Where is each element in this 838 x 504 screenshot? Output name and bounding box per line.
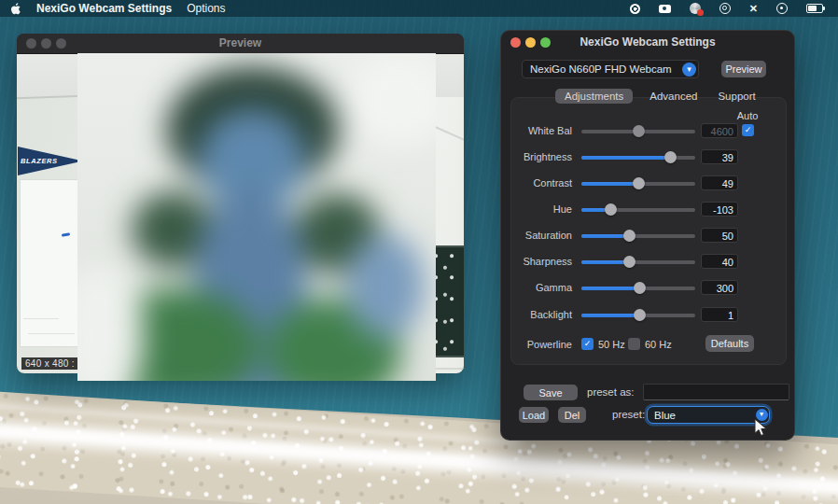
settings-window: NexiGo Webcam Settings NexiGo N660P FHD …: [500, 30, 795, 441]
slider-row-hue: Hue-103: [501, 202, 796, 218]
brightness-slider-fill: [581, 156, 670, 160]
60-hz-checkbox[interactable]: [628, 338, 640, 350]
resolution-overlay: 640 x 480 :: [21, 357, 78, 370]
whiteboard-marking: [62, 232, 70, 236]
white-bal-label: White Bal: [501, 125, 572, 136]
slider-row-brightness: Brightness39: [501, 149, 796, 166]
hue-value[interactable]: -103: [701, 202, 738, 217]
preset-as-label: preset as:: [587, 386, 635, 398]
tab-advanced[interactable]: Advanced: [646, 89, 701, 104]
gamma-label: Gamma: [501, 282, 572, 293]
saturation-value[interactable]: 50: [701, 228, 738, 243]
blur-background-blue: [346, 233, 425, 338]
menubar-options[interactable]: Options: [187, 2, 225, 15]
sharpness-slider-thumb[interactable]: [623, 256, 635, 268]
gamma-slider-fill: [581, 287, 639, 290]
apple-icon[interactable]: [11, 3, 21, 15]
tab-bar: AdjustmentsAdvancedSupport: [555, 89, 760, 104]
blur-blobs: [77, 53, 436, 381]
sharpness-slider-fill: [581, 260, 629, 264]
notification-badge: [697, 9, 704, 16]
gamma-slider-thumb[interactable]: [634, 282, 646, 294]
hue-label: Hue: [501, 203, 572, 215]
50-hz-checkbox[interactable]: ✓: [581, 338, 594, 350]
contrast-slider-fill: [581, 182, 638, 186]
whiteboard: [20, 179, 81, 347]
brightness-slider[interactable]: [581, 156, 695, 160]
load-button[interactable]: Load: [519, 407, 549, 423]
video-camera-icon[interactable]: [659, 5, 671, 13]
menu-bar: NexiGo Webcam Settings Options ✕: [0, 0, 838, 17]
nexigo-app-icon[interactable]: [690, 3, 701, 14]
preview-button[interactable]: Preview: [721, 61, 766, 77]
preview-window-title: Preview: [17, 36, 464, 49]
white-bal-slider-thumb[interactable]: [633, 125, 645, 137]
white-bal-value[interactable]: 4600: [701, 123, 738, 138]
blur-highlight: [348, 53, 436, 147]
settings-window-title: NexiGo Webcam Settings: [501, 35, 794, 49]
saturation-label: Saturation: [501, 230, 572, 241]
auto-checkbox[interactable]: ✓: [742, 124, 754, 136]
control-center-icon[interactable]: [719, 3, 731, 14]
brightness-value[interactable]: 39: [701, 149, 738, 164]
blur-whiteboard-edge: [77, 266, 143, 381]
sharpness-slider[interactable]: [581, 260, 695, 264]
slider-row-contrast: Contrast49: [501, 175, 796, 192]
del-button[interactable]: Del: [558, 407, 586, 423]
device-select[interactable]: NexiGo N660P FHD Webcam ▾: [522, 60, 699, 78]
backlight-slider[interactable]: [581, 314, 695, 317]
backlight-value[interactable]: 1: [701, 307, 738, 322]
powerline-option-50-hz: ✓50 Hz: [581, 338, 625, 350]
tab-adjustments[interactable]: Adjustments: [555, 89, 633, 104]
preset-as-input[interactable]: [643, 384, 789, 400]
white-bal-slider[interactable]: [581, 130, 695, 133]
battery-icon[interactable]: [806, 4, 823, 13]
60-hz-label: 60 Hz: [645, 339, 672, 350]
sharpness-value[interactable]: 40: [701, 254, 738, 269]
contrast-value[interactable]: 49: [701, 175, 738, 190]
blurred-person-region: [77, 53, 436, 381]
settings-titlebar[interactable]: NexiGo Webcam Settings: [501, 31, 794, 53]
contrast-slider[interactable]: [581, 182, 695, 186]
brightness-label: Brightness: [501, 151, 572, 162]
auto-label: Auto: [733, 110, 762, 121]
preview-titlebar[interactable]: Preview: [17, 34, 464, 54]
chevron-down-icon[interactable]: ▾: [682, 63, 696, 77]
tab-support[interactable]: Support: [714, 89, 759, 104]
play-circle-icon[interactable]: [776, 3, 788, 14]
contrast-slider-thumb[interactable]: [633, 177, 645, 189]
backlight-label: Backlight: [501, 309, 572, 320]
blazers-pennant: BLAZERS: [18, 147, 83, 175]
menubar-app-name[interactable]: NexiGo Webcam Settings: [36, 2, 172, 15]
powerline-row: Powerline✓50 Hz60 HzDefaults: [501, 337, 796, 354]
desktop: NexiGo Webcam Settings Options ✕ Preview…: [0, 0, 838, 504]
slider-row-saturation: Saturation50: [501, 228, 796, 245]
slider-row-sharpness: Sharpness40: [501, 254, 796, 271]
hue-slider-thumb[interactable]: [605, 203, 617, 216]
mouse-cursor: [754, 418, 769, 439]
whiteboard-line: [23, 318, 59, 319]
preset-label: preset:: [612, 409, 645, 420]
gamma-slider[interactable]: [581, 287, 695, 290]
brightness-slider-thumb[interactable]: [664, 151, 677, 163]
x-icon[interactable]: ✕: [749, 4, 758, 14]
saturation-slider-fill: [581, 234, 629, 238]
save-button[interactable]: Save: [524, 385, 578, 400]
backlight-slider-fill: [581, 314, 639, 317]
hue-slider[interactable]: [581, 208, 695, 212]
slider-row-white-bal: White Bal4600✓: [501, 123, 796, 140]
saturation-slider[interactable]: [581, 234, 695, 238]
powerline-option-60-hz: 60 Hz: [628, 338, 672, 350]
sharpness-label: Sharpness: [501, 256, 572, 267]
pennant-text: BLAZERS: [21, 157, 58, 165]
gamma-value[interactable]: 300: [701, 280, 738, 295]
saturation-slider-thumb[interactable]: [623, 230, 635, 242]
device-select-value: NexiGo N660P FHD Webcam: [530, 63, 672, 75]
screen-record-icon[interactable]: [630, 4, 640, 14]
slider-row-backlight: Backlight1: [501, 307, 796, 324]
defaults-button[interactable]: Defaults: [705, 335, 754, 352]
preset-dropdown[interactable]: Blue ▾: [647, 406, 770, 424]
backlight-slider-thumb[interactable]: [634, 309, 646, 321]
powerline-label: Powerline: [501, 339, 572, 350]
slider-row-gamma: Gamma300: [501, 280, 796, 297]
